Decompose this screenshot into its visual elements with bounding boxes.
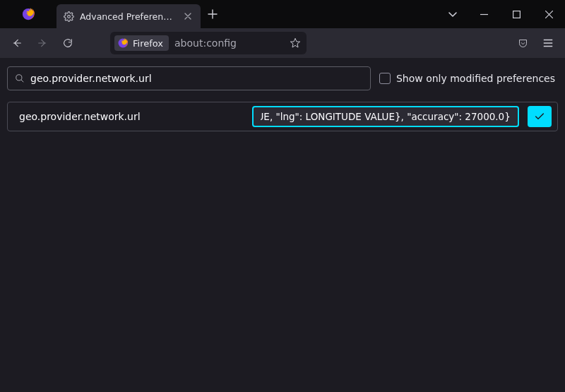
close-icon	[545, 11, 553, 18]
close-icon	[184, 12, 192, 20]
urlbar[interactable]: Firefox about:config	[110, 32, 307, 54]
pref-row: geo.provider.network.url	[7, 102, 558, 131]
config-search-box[interactable]	[7, 66, 371, 90]
urlbar-address: about:config	[174, 37, 237, 49]
pref-name: geo.provider.network.url	[19, 111, 244, 122]
back-button[interactable]	[6, 32, 28, 54]
close-tab-button[interactable]	[182, 11, 194, 22]
window-close-button[interactable]	[533, 0, 565, 28]
reload-button[interactable]	[56, 32, 79, 54]
search-icon	[15, 73, 25, 83]
config-search-input[interactable]	[30, 73, 363, 84]
firefox-logo-icon	[117, 37, 129, 49]
minimize-icon	[480, 11, 488, 18]
bookmark-star-icon[interactable]	[290, 37, 301, 49]
plus-icon	[208, 9, 218, 19]
titlebar: Advanced Preferences	[0, 0, 565, 28]
show-modified-label: Show only modified preferences	[396, 73, 555, 84]
app-menu-button[interactable]	[537, 32, 559, 54]
app-icon-area	[0, 0, 56, 28]
svg-rect-2	[513, 11, 520, 18]
nav-toolbar: Firefox about:config	[0, 28, 565, 58]
reload-icon	[62, 37, 73, 49]
checkbox-icon	[379, 73, 391, 84]
hamburger-icon	[542, 37, 554, 49]
browser-tab[interactable]: Advanced Preferences	[56, 4, 201, 28]
new-tab-button[interactable]	[201, 0, 225, 28]
chevron-down-icon	[448, 9, 458, 19]
pref-save-button[interactable]	[528, 106, 552, 127]
list-all-tabs-button[interactable]	[438, 0, 468, 28]
window-minimize-button[interactable]	[468, 0, 500, 28]
show-modified-toggle[interactable]: Show only modified preferences	[379, 73, 558, 84]
arrow-right-icon	[37, 37, 48, 49]
checkmark-icon	[534, 111, 545, 122]
pref-value-input[interactable]	[252, 106, 519, 127]
save-to-pocket-button[interactable]	[511, 32, 534, 54]
gear-icon	[64, 11, 74, 22]
maximize-icon	[513, 11, 521, 18]
arrow-left-icon	[11, 37, 23, 49]
window-maximize-button[interactable]	[500, 0, 533, 28]
pocket-icon	[518, 38, 528, 49]
svg-point-1	[68, 15, 71, 18]
identity-box[interactable]: Firefox	[114, 35, 169, 51]
identity-label: Firefox	[133, 38, 163, 49]
forward-button[interactable]	[31, 32, 54, 54]
firefox-logo-icon	[21, 7, 35, 21]
svg-point-4	[16, 75, 22, 81]
config-search-row: Show only modified preferences	[0, 58, 565, 99]
tab-title: Advanced Preferences	[80, 11, 177, 22]
